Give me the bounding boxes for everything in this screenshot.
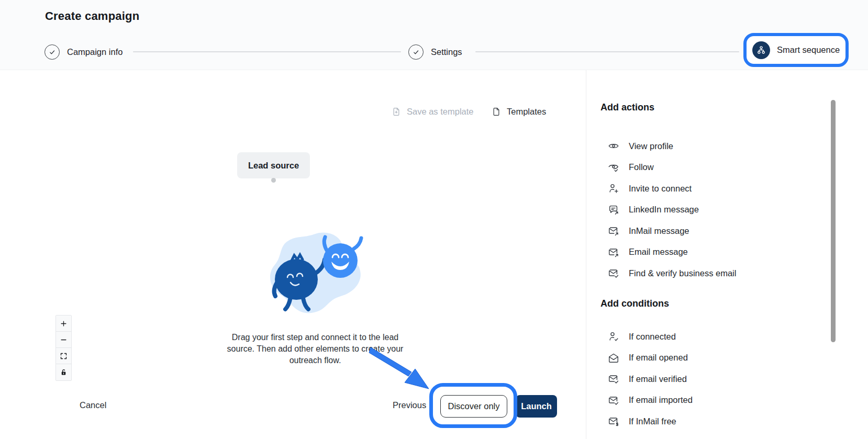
stepper-connector [133,51,401,52]
conditions-list: If connected If email opened If email ve… [600,326,693,432]
page-title: Create campaign [45,9,139,23]
stepper-step-settings[interactable]: Settings [408,43,462,61]
condition-item-if-email-opened[interactable]: If email opened [600,347,693,369]
file-plus-icon [392,107,402,117]
empty-state-illustration [263,228,368,317]
plus-icon [60,320,68,328]
save-as-template-label: Save as template [407,107,474,117]
envelope-arrow-icon [607,224,620,237]
check-circle-icon [408,44,424,60]
save-as-template-button[interactable]: Save as template [392,103,474,120]
lead-source-label: Lead source [248,161,299,171]
envelope-open-icon [607,352,620,364]
action-item-view-profile[interactable]: View profile [600,136,736,157]
minus-icon [60,336,68,344]
file-icon [492,107,502,117]
stepper-connector [475,51,739,52]
step-label: Settings [431,47,462,57]
canvas-sidebar-divider [586,70,586,439]
fit-view-button[interactable] [56,348,71,364]
stepper-step-smart-sequence[interactable]: Smart sequence [743,33,849,67]
action-item-inmail-message[interactable]: InMail message [600,220,736,242]
zoom-out-button[interactable] [56,332,71,348]
check-circle-icon [44,44,60,60]
cancel-button[interactable]: Cancel [80,400,106,410]
action-item-email-message[interactable]: Email message [600,242,736,263]
eye-icon [607,140,620,152]
envelope-check-icon [607,373,620,385]
action-item-linkedin-message[interactable]: LinkedIn message [600,199,736,221]
templates-button[interactable]: Templates [492,103,546,120]
previous-button[interactable]: Previous [393,400,426,410]
envelope-dollar-icon [607,415,620,427]
chat-message-arrow-icon [607,204,620,216]
lead-source-connector-handle[interactable] [271,178,276,183]
envelope-check-icon [607,394,620,407]
condition-item-if-connected[interactable]: If connected [600,326,693,347]
step-label: Campaign info [67,47,123,57]
launch-button[interactable]: Launch [516,395,557,418]
actions-list: View profile Follow Invite to connect Li… [600,136,736,284]
step-label: Smart sequence [777,45,840,55]
stepper-step-campaign-info[interactable]: Campaign info [44,43,123,61]
person-plus-icon [607,182,620,195]
header: Create campaign Campaign info Settings [0,0,868,70]
person-check-icon [607,330,620,343]
follow-eye-icon [607,161,620,174]
lock-toggle-button[interactable] [56,364,71,380]
envelope-check-icon [607,267,620,279]
sequence-flow-icon [752,41,770,59]
action-item-follow[interactable]: Follow [600,157,736,178]
fullscreen-icon [60,352,68,360]
condition-item-if-email-imported[interactable]: If email imported [600,390,693,411]
canvas-zoom-controls [55,315,72,381]
zoom-in-button[interactable] [56,316,71,332]
sidebar-scrollbar-thumb[interactable] [831,100,836,342]
add-conditions-title: Add conditions [600,298,669,309]
add-actions-title: Add actions [600,102,654,113]
templates-label: Templates [507,107,546,117]
action-item-invite-to-connect[interactable]: Invite to connect [600,178,736,199]
unlock-icon [60,368,68,376]
empty-state-caption: Drag your first step and connect it to t… [223,332,407,366]
action-item-find-verify-business-email[interactable]: Find & verify business email [600,263,736,284]
condition-item-if-inmail-free[interactable]: If InMail free [600,411,693,432]
discover-only-button[interactable]: Discover only [440,395,507,418]
envelope-arrow-icon [607,246,620,258]
condition-item-if-email-verified[interactable]: If email verified [600,368,693,390]
lead-source-node[interactable]: Lead source [237,152,310,178]
